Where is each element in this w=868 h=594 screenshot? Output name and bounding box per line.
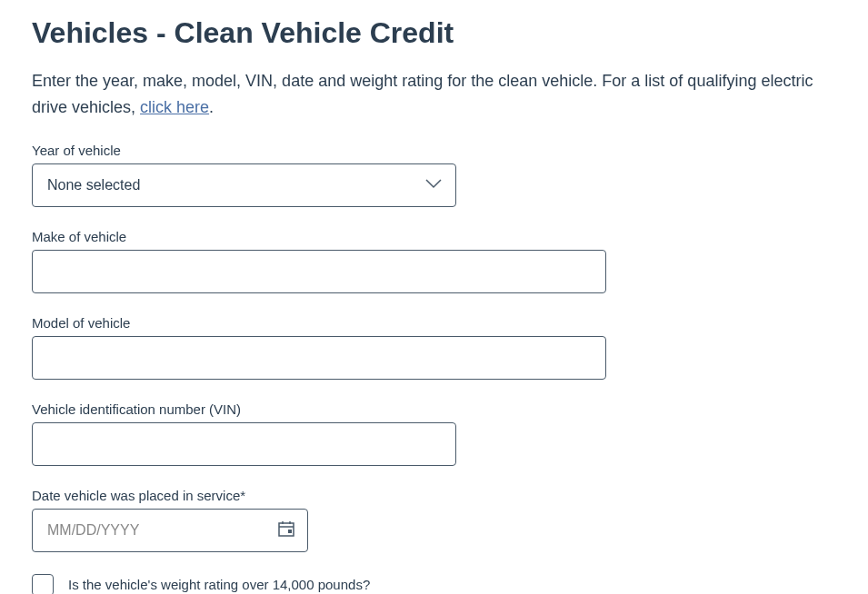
make-group: Make of vehicle [32,229,836,293]
weight-rating-checkbox[interactable] [32,574,54,594]
model-group: Model of vehicle [32,315,836,380]
weight-rating-label: Is the vehicle's weight rating over 14,0… [68,577,370,592]
year-label: Year of vehicle [32,143,836,158]
weight-rating-row: Is the vehicle's weight rating over 14,0… [32,574,836,594]
date-in-service-input[interactable] [32,509,308,552]
year-select-value: None selected [47,177,140,193]
year-select[interactable]: None selected [32,163,456,207]
page-title: Vehicles - Clean Vehicle Credit [32,16,836,50]
make-input[interactable] [32,250,606,293]
vin-input[interactable] [32,422,456,466]
vin-group: Vehicle identification number (VIN) [32,401,836,466]
qualifying-vehicles-link[interactable]: click here [140,98,209,116]
year-group: Year of vehicle None selected [32,143,836,207]
date-in-service-group: Date vehicle was placed in service* [32,488,836,552]
make-label: Make of vehicle [32,229,836,244]
model-label: Model of vehicle [32,315,836,331]
model-input[interactable] [32,336,606,380]
intro-text-after: . [209,98,214,116]
intro-paragraph: Enter the year, make, model, VIN, date a… [32,68,836,121]
vin-label: Vehicle identification number (VIN) [32,401,836,417]
date-in-service-label: Date vehicle was placed in service* [32,488,836,503]
